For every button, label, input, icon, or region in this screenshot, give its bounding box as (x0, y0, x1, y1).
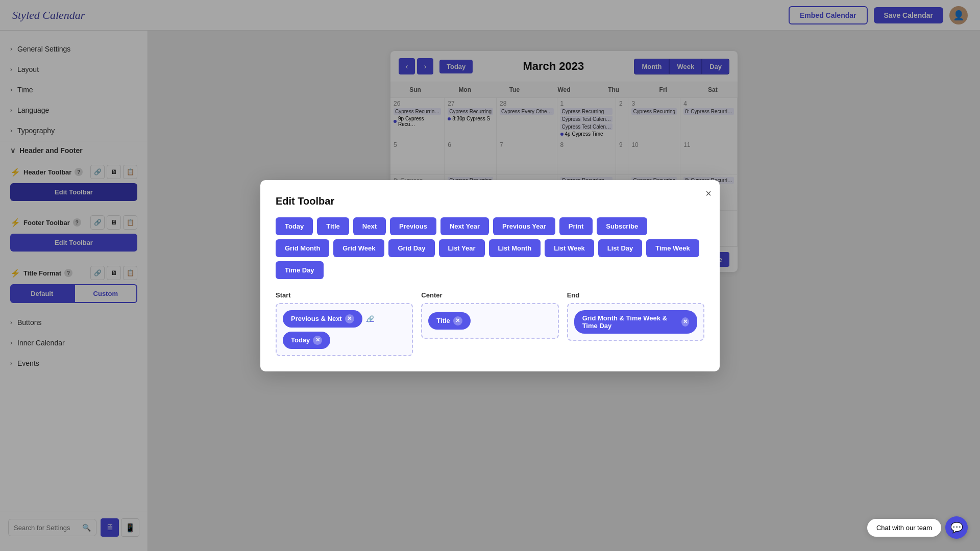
chat-bubble: Chat with our team (867, 519, 941, 537)
tb-subscribe[interactable]: Subscribe (597, 217, 647, 235)
tb-time-week[interactable]: Time Week (646, 239, 699, 257)
remove-prev-next[interactable]: ✕ (345, 314, 354, 323)
start-chip-today[interactable]: Today ✕ (283, 332, 330, 349)
tb-next[interactable]: Next (353, 217, 386, 235)
tb-today[interactable]: Today (276, 217, 313, 235)
modal-title: Edit Toolbar (276, 195, 704, 207)
tb-list-week[interactable]: List Week (545, 239, 594, 257)
edit-toolbar-modal: Edit Toolbar × Today Title Next Previous… (260, 180, 720, 371)
center-zone-label: Center (421, 291, 558, 299)
end-zone: End Grid Month & Time Week & Time Day ✕ (567, 291, 704, 356)
end-chip-views[interactable]: Grid Month & Time Week & Time Day ✕ (574, 310, 697, 334)
tb-grid-day[interactable]: Grid Day (388, 239, 434, 257)
start-chip-prev-next[interactable]: Previous & Next ✕ (283, 310, 362, 328)
chat-button[interactable]: 💬 (945, 516, 968, 539)
chat-widget: Chat with our team 💬 (867, 516, 968, 539)
tb-next-year[interactable]: Next Year (440, 217, 489, 235)
end-zone-box: Grid Month & Time Week & Time Day ✕ (567, 303, 704, 341)
start-zone-label: Start (276, 291, 413, 299)
center-chip-title[interactable]: Title ✕ (428, 312, 471, 330)
center-zone: Center Title ✕ (421, 291, 558, 356)
remove-views[interactable]: ✕ (681, 317, 689, 327)
remove-today[interactable]: ✕ (313, 336, 322, 345)
tb-list-month[interactable]: List Month (489, 239, 541, 257)
tb-grid-week[interactable]: Grid Week (333, 239, 384, 257)
start-zone-box: Previous & Next ✕ 🔗 Today ✕ (276, 303, 413, 356)
tb-previous[interactable]: Previous (390, 217, 436, 235)
center-zone-box: Title ✕ (421, 303, 558, 339)
tb-title[interactable]: Title (317, 217, 349, 235)
end-zone-label: End (567, 291, 704, 299)
tb-list-day[interactable]: List Day (598, 239, 643, 257)
tb-time-day[interactable]: Time Day (276, 261, 324, 279)
tb-list-year[interactable]: List Year (439, 239, 485, 257)
tb-print[interactable]: Print (559, 217, 593, 235)
start-zone-link[interactable]: 🔗 (366, 315, 374, 322)
tb-previous-year[interactable]: Previous Year (493, 217, 555, 235)
toolbar-zones: Start Previous & Next ✕ 🔗 Today ✕ Center (276, 291, 704, 356)
modal-overlay[interactable]: Edit Toolbar × Today Title Next Previous… (0, 0, 980, 551)
chat-icon: 💬 (950, 521, 963, 534)
modal-close-button[interactable]: × (705, 188, 712, 198)
tb-grid-month[interactable]: Grid Month (276, 239, 329, 257)
available-toolbar-buttons: Today Title Next Previous Next Year Prev… (276, 217, 704, 279)
remove-title[interactable]: ✕ (453, 316, 462, 325)
start-zone: Start Previous & Next ✕ 🔗 Today ✕ (276, 291, 413, 356)
